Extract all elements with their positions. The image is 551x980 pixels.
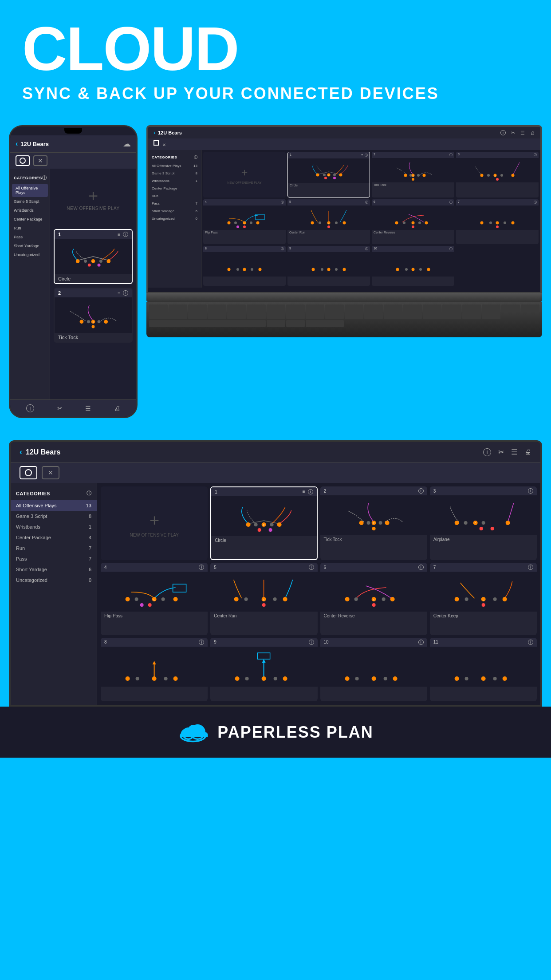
laptop-sidebar-row-6[interactable]: Short Yardage 6 — [148, 207, 201, 215]
tablet-play-9-info: i — [309, 640, 314, 645]
tablet-play-card-1[interactable]: 1 ≡ i — [210, 486, 317, 560]
tablet-sidebar-row-4[interactable]: Run 7 — [11, 543, 97, 553]
tablet-sidebar-row-3[interactable]: Center Package 4 — [11, 532, 97, 543]
footer-info-icon[interactable]: i — [26, 404, 34, 412]
phone-new-play-card[interactable]: ＋ NEW OFFENSIVE PLAY — [54, 172, 133, 225]
laptop-play-card-1[interactable]: 1 ≡ ⓘ — [287, 152, 370, 198]
tablet-tab-circle[interactable] — [20, 466, 37, 479]
phone-back[interactable]: ‹ 12U Bears — [16, 140, 49, 148]
svg-point-40 — [496, 178, 499, 181]
tablet-tabs: ✕ — [11, 462, 540, 483]
tablet-edit-icon: ✂ — [498, 448, 504, 456]
phone-play-card-2[interactable]: 2 ≡ i — [54, 288, 133, 343]
tablet-play-6-svg: C — [320, 572, 427, 612]
tablet-sidebar-row-7[interactable]: Uncategorized 0 — [11, 575, 97, 585]
laptop-sidebar-row-5[interactable]: Pass 7 — [148, 200, 201, 207]
phone-sidebar-item-5[interactable]: Pass — [10, 233, 50, 241]
tablet-sidebar-row-1[interactable]: Game 3 Script 8 — [11, 511, 97, 522]
laptop-play-card-10[interactable]: 10 ⓘ — [372, 246, 454, 286]
tablet-new-play[interactable]: ＋ NEW OFFENSIVE PLAY — [101, 486, 208, 560]
tablet-header: ‹ 12U Bears i ✂ ☰ 🖨 — [11, 442, 540, 462]
tablet-sidebar-row-6[interactable]: Short Yardage 6 — [11, 564, 97, 575]
phone-sidebar-item-0[interactable]: All Offensive Plays — [12, 184, 48, 197]
laptop-sidebar-row-4[interactable]: Run — [148, 192, 201, 200]
laptop-new-play[interactable]: ＋ NEW OFFENSIVE PLAY — [203, 152, 286, 198]
tablet-play-8-header: 8 i — [101, 638, 208, 647]
tablet-play-card-4[interactable]: 4 i C — [101, 563, 208, 635]
tablet-play-4-info: i — [199, 565, 204, 570]
phone-sidebar-item-2[interactable]: Wristbands — [10, 206, 50, 215]
tablet-play-card-7[interactable]: 7 i C — [430, 563, 537, 635]
laptop-play-10-num: 10 — [374, 247, 377, 251]
laptop-new-plus-icon: ＋ — [239, 165, 250, 179]
phone-sidebar-item-6[interactable]: Short Yardage — [10, 241, 50, 250]
laptop-play-card-8[interactable]: 8 ⓘ — [203, 246, 286, 286]
laptop-play-card-2[interactable]: 2 ⓘ C — [372, 152, 454, 198]
tablet-play-9-canvas — [210, 647, 317, 687]
tablet-play-4-header: 4 i — [101, 563, 208, 572]
phone-sidebar-item-7[interactable]: Uncategorized — [10, 250, 50, 259]
laptop-play-card-4[interactable]: 4 ⓘ C — [203, 199, 286, 244]
laptop-play-card-3[interactable]: 3 ⓘ C — [456, 152, 539, 198]
svg-point-144 — [164, 677, 168, 680]
laptop-sidebar-row-3[interactable]: Center Package — [148, 185, 201, 192]
key-comma — [325, 312, 344, 320]
laptop-sidebar-label-3: Center Package — [152, 186, 177, 190]
laptop-play-card-5[interactable]: 5 ⓘ C — [287, 199, 370, 244]
phone-play-1-label: Circle — [55, 274, 132, 283]
laptop-sidebar-row-0[interactable]: All Offensive Plays 13 — [148, 162, 201, 170]
laptop-tab-x[interactable]: ✕ — [162, 140, 166, 148]
svg-point-112 — [135, 597, 138, 601]
phone-tab-x[interactable]: ✕ — [33, 155, 47, 166]
tablet-back[interactable]: ‹ 12U Bears — [20, 447, 60, 457]
tablet-play-3-svg: C — [430, 495, 537, 535]
phone-play-1-canvas: C — [55, 239, 132, 274]
svg-point-43 — [234, 221, 237, 224]
tablet-play-5-header: 5 i — [210, 563, 317, 572]
laptop-play-1-info: ⓘ — [365, 153, 368, 158]
laptop-play-10-info: ⓘ — [449, 247, 453, 251]
laptop-back[interactable]: ‹ 12U Bears — [153, 130, 182, 136]
phone-tab-circle[interactable] — [16, 155, 30, 166]
tablet-sidebar-row-0[interactable]: All Offensive Plays 13 — [11, 500, 97, 511]
tablet-play-11-info: i — [528, 640, 533, 645]
tablet-sidebar-row-2[interactable]: Wristbands 1 — [11, 522, 97, 532]
tablet-play-8-num: 8 — [104, 640, 107, 644]
tablet-sidebar-row-5[interactable]: Pass 7 — [11, 553, 97, 564]
tablet-play-3-label: Airplane — [430, 535, 537, 544]
play-2-menu-icon: ≡ — [118, 291, 120, 296]
key-z — [188, 312, 207, 320]
laptop-sidebar-row-7[interactable]: Uncategorized 0 — [148, 215, 201, 222]
phone-sidebar-item-4[interactable]: Run — [10, 224, 50, 233]
phone-header: ‹ 12U Bears ☁ — [10, 135, 136, 153]
phone-sidebar-item-1[interactable]: Game 5 Script — [10, 197, 50, 206]
tablet-play-card-10[interactable]: 10 i — [320, 638, 427, 701]
footer-print-icon[interactable]: 🖨 — [114, 405, 120, 412]
laptop-play-card-6[interactable]: 6 ⓘ C — [372, 199, 454, 244]
laptop-play-card-9[interactable]: 9 ⓘ — [287, 246, 370, 286]
footer-edit-icon[interactable]: ✂ — [57, 405, 63, 412]
key-cmd-r — [267, 320, 285, 327]
back-arrow-icon: ‹ — [16, 140, 18, 148]
tablet-play-card-3[interactable]: 3 i C — [430, 486, 537, 560]
svg-rect-110 — [173, 584, 186, 592]
tablet-play-card-11[interactable]: 11 i — [430, 638, 537, 701]
tablet-play-card-6[interactable]: 6 i C — [320, 563, 427, 635]
laptop-tab-circle[interactable] — [153, 140, 159, 148]
footer-list-icon[interactable]: ☰ — [85, 405, 91, 412]
tablet-play-card-5[interactable]: 5 i C — [210, 563, 317, 635]
laptop-sidebar-row-2[interactable]: Wristbands 1 — [148, 177, 201, 185]
tablet-sidebar-count-1: 8 — [89, 514, 91, 519]
phone-play-card-1[interactable]: 1 ≡ i — [54, 229, 133, 284]
svg-point-131 — [390, 597, 394, 601]
tablet-play-card-2[interactable]: 2 i C — [320, 486, 427, 560]
tablet-tab-x[interactable]: ✕ — [42, 466, 59, 479]
tablet-play-card-8[interactable]: 8 i — [101, 638, 208, 701]
laptop-play-card-7[interactable]: 7 ⓘ — [456, 199, 539, 244]
tablet-play-7-svg: C — [430, 572, 537, 612]
laptop-sidebar-row-1[interactable]: Game 3 Script 8 — [148, 170, 201, 177]
svg-text:C: C — [475, 522, 476, 525]
svg-point-16 — [92, 325, 95, 328]
tablet-play-card-9[interactable]: 9 i — [210, 638, 317, 701]
phone-sidebar-item-3[interactable]: Center Package — [10, 215, 50, 224]
